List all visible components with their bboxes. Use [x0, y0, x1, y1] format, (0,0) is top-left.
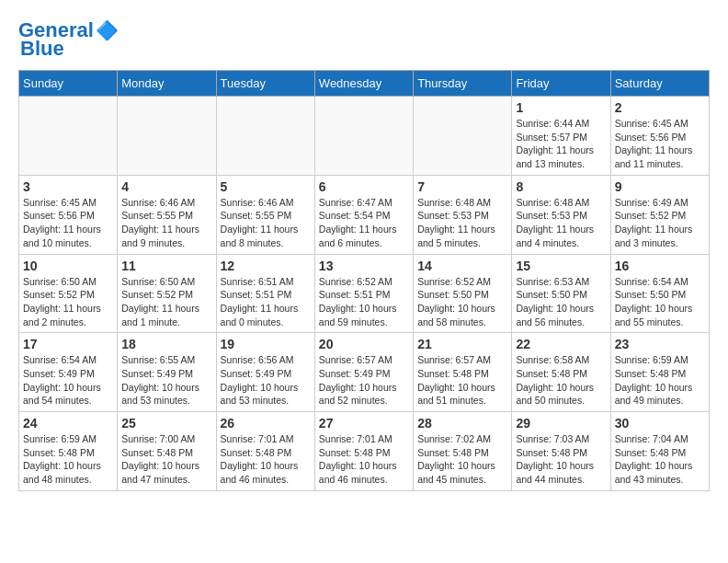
day-info: Sunrise: 6:49 AM Sunset: 5:52 PM Dayligh… [615, 196, 705, 250]
page: General 🔷 Blue SundayMondayTuesdayWednes… [0, 0, 728, 510]
calendar-cell: 30Sunrise: 7:04 AM Sunset: 5:48 PM Dayli… [610, 412, 709, 491]
day-number: 27 [319, 416, 409, 431]
calendar-cell: 20Sunrise: 6:57 AM Sunset: 5:49 PM Dayli… [314, 333, 413, 412]
weekday-header-sunday: Sunday [19, 71, 118, 97]
day-info: Sunrise: 7:02 AM Sunset: 5:48 PM Dayligh… [417, 432, 507, 487]
weekday-header-tuesday: Tuesday [216, 71, 314, 97]
day-info: Sunrise: 6:56 AM Sunset: 5:49 PM Dayligh… [221, 353, 311, 408]
day-number: 21 [417, 337, 507, 351]
calendar-cell: 11Sunrise: 6:50 AM Sunset: 5:52 PM Dayli… [118, 254, 216, 333]
calendar-cell: 12Sunrise: 6:51 AM Sunset: 5:51 PM Dayli… [216, 254, 314, 333]
day-number: 23 [615, 337, 705, 351]
calendar-cell [216, 97, 314, 176]
header: General 🔷 Blue [18, 18, 710, 61]
day-info: Sunrise: 6:46 AM Sunset: 5:55 PM Dayligh… [221, 196, 311, 250]
day-info: Sunrise: 6:57 AM Sunset: 5:48 PM Dayligh… [417, 353, 507, 408]
day-number: 18 [121, 337, 211, 351]
calendar-week-row: 17Sunrise: 6:54 AM Sunset: 5:49 PM Dayli… [19, 333, 710, 412]
day-info: Sunrise: 6:44 AM Sunset: 5:57 PM Dayligh… [516, 117, 606, 171]
calendar-cell [19, 97, 118, 176]
weekday-header-friday: Friday [512, 71, 610, 97]
calendar-cell: 3Sunrise: 6:45 AM Sunset: 5:56 PM Daylig… [19, 175, 118, 254]
day-number: 12 [221, 259, 311, 273]
calendar-cell: 25Sunrise: 7:00 AM Sunset: 5:48 PM Dayli… [118, 412, 216, 491]
day-number: 16 [615, 259, 705, 273]
day-number: 15 [516, 259, 606, 273]
day-number: 14 [417, 259, 507, 273]
calendar-cell: 23Sunrise: 6:59 AM Sunset: 5:48 PM Dayli… [610, 333, 709, 412]
day-info: Sunrise: 6:59 AM Sunset: 5:48 PM Dayligh… [23, 432, 113, 487]
day-info: Sunrise: 6:58 AM Sunset: 5:48 PM Dayligh… [516, 353, 606, 408]
calendar-week-row: 3Sunrise: 6:45 AM Sunset: 5:56 PM Daylig… [19, 175, 710, 254]
calendar-table: SundayMondayTuesdayWednesdayThursdayFrid… [18, 70, 710, 491]
calendar-cell [118, 97, 216, 176]
calendar-week-row: 24Sunrise: 6:59 AM Sunset: 5:48 PM Dayli… [19, 412, 710, 491]
day-number: 24 [23, 416, 113, 431]
day-number: 22 [516, 337, 606, 351]
day-info: Sunrise: 7:03 AM Sunset: 5:48 PM Dayligh… [516, 432, 606, 487]
calendar-week-row: 1Sunrise: 6:44 AM Sunset: 5:57 PM Daylig… [19, 97, 710, 176]
calendar-cell: 16Sunrise: 6:54 AM Sunset: 5:50 PM Dayli… [610, 254, 709, 333]
day-info: Sunrise: 6:52 AM Sunset: 5:51 PM Dayligh… [319, 275, 409, 329]
calendar-cell: 13Sunrise: 6:52 AM Sunset: 5:51 PM Dayli… [314, 254, 413, 333]
day-number: 1 [516, 100, 606, 115]
day-number: 8 [516, 179, 606, 194]
calendar-cell: 2Sunrise: 6:45 AM Sunset: 5:56 PM Daylig… [610, 97, 709, 176]
calendar-cell: 10Sunrise: 6:50 AM Sunset: 5:52 PM Dayli… [19, 254, 118, 333]
day-number: 17 [23, 337, 113, 351]
day-info: Sunrise: 6:45 AM Sunset: 5:56 PM Dayligh… [615, 117, 705, 171]
calendar-cell: 14Sunrise: 6:52 AM Sunset: 5:50 PM Dayli… [414, 254, 512, 333]
day-number: 11 [121, 259, 211, 273]
day-info: Sunrise: 6:47 AM Sunset: 5:54 PM Dayligh… [319, 196, 409, 250]
calendar-cell: 15Sunrise: 6:53 AM Sunset: 5:50 PM Dayli… [512, 254, 610, 333]
calendar-cell: 7Sunrise: 6:48 AM Sunset: 5:53 PM Daylig… [414, 175, 512, 254]
day-number: 3 [23, 179, 113, 194]
day-info: Sunrise: 6:52 AM Sunset: 5:50 PM Dayligh… [417, 275, 507, 329]
weekday-header-wednesday: Wednesday [314, 71, 413, 97]
calendar-week-row: 10Sunrise: 6:50 AM Sunset: 5:52 PM Dayli… [19, 254, 710, 333]
day-info: Sunrise: 6:46 AM Sunset: 5:55 PM Dayligh… [121, 196, 211, 250]
day-number: 28 [417, 416, 507, 431]
day-number: 13 [319, 259, 409, 273]
calendar-cell: 9Sunrise: 6:49 AM Sunset: 5:52 PM Daylig… [610, 175, 709, 254]
day-info: Sunrise: 6:59 AM Sunset: 5:48 PM Dayligh… [615, 353, 705, 408]
day-info: Sunrise: 6:57 AM Sunset: 5:49 PM Dayligh… [319, 353, 409, 408]
day-number: 2 [615, 100, 705, 115]
day-info: Sunrise: 6:45 AM Sunset: 5:56 PM Dayligh… [23, 196, 113, 250]
weekday-header-saturday: Saturday [610, 71, 709, 97]
day-info: Sunrise: 7:04 AM Sunset: 5:48 PM Dayligh… [615, 432, 705, 487]
calendar-cell: 24Sunrise: 6:59 AM Sunset: 5:48 PM Dayli… [19, 412, 118, 491]
calendar-cell: 18Sunrise: 6:55 AM Sunset: 5:49 PM Dayli… [118, 333, 216, 412]
logo-blue: Blue [18, 37, 64, 61]
day-info: Sunrise: 6:54 AM Sunset: 5:50 PM Dayligh… [615, 275, 705, 329]
weekday-header-monday: Monday [118, 71, 216, 97]
day-number: 5 [221, 179, 311, 194]
calendar-cell: 21Sunrise: 6:57 AM Sunset: 5:48 PM Dayli… [414, 333, 512, 412]
day-number: 26 [221, 416, 311, 431]
day-number: 6 [319, 179, 409, 194]
day-info: Sunrise: 6:54 AM Sunset: 5:49 PM Dayligh… [23, 353, 113, 408]
weekday-header-thursday: Thursday [414, 71, 512, 97]
day-info: Sunrise: 6:50 AM Sunset: 5:52 PM Dayligh… [121, 275, 211, 329]
logo-bird-icon: 🔷 [96, 19, 119, 41]
day-number: 30 [615, 416, 705, 431]
day-number: 29 [516, 416, 606, 431]
day-info: Sunrise: 7:00 AM Sunset: 5:48 PM Dayligh… [121, 432, 211, 487]
calendar-cell: 17Sunrise: 6:54 AM Sunset: 5:49 PM Dayli… [19, 333, 118, 412]
day-number: 4 [121, 179, 211, 194]
day-number: 20 [319, 337, 409, 351]
day-number: 7 [417, 179, 507, 194]
calendar-cell: 28Sunrise: 7:02 AM Sunset: 5:48 PM Dayli… [414, 412, 512, 491]
calendar-cell [414, 97, 512, 176]
calendar-header-row: SundayMondayTuesdayWednesdayThursdayFrid… [19, 71, 710, 97]
day-number: 19 [221, 337, 311, 351]
day-info: Sunrise: 6:51 AM Sunset: 5:51 PM Dayligh… [221, 275, 311, 329]
day-info: Sunrise: 6:50 AM Sunset: 5:52 PM Dayligh… [23, 275, 113, 329]
calendar-cell: 6Sunrise: 6:47 AM Sunset: 5:54 PM Daylig… [314, 175, 413, 254]
day-info: Sunrise: 6:48 AM Sunset: 5:53 PM Dayligh… [516, 196, 606, 250]
day-info: Sunrise: 7:01 AM Sunset: 5:48 PM Dayligh… [221, 432, 311, 487]
day-info: Sunrise: 6:48 AM Sunset: 5:53 PM Dayligh… [417, 196, 507, 250]
calendar-cell: 27Sunrise: 7:01 AM Sunset: 5:48 PM Dayli… [314, 412, 413, 491]
day-number: 9 [615, 179, 705, 194]
day-number: 10 [23, 259, 113, 273]
